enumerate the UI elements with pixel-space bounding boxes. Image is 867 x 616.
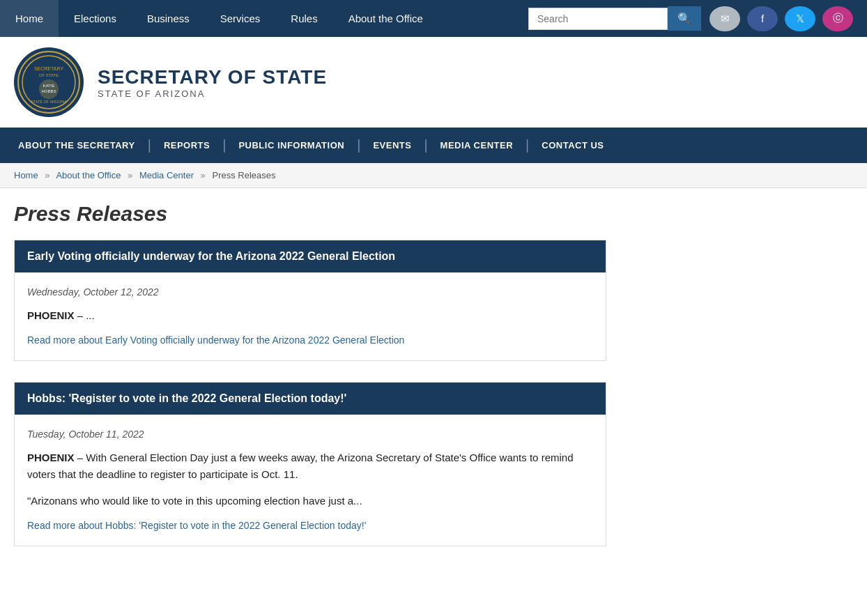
top-navigation: Home Elections Business Services Rules A… [0,0,867,37]
instagram-icon[interactable]: ⓒ [822,6,853,31]
article-excerpt-2: PHOENIX – With General Election Day just… [27,449,593,483]
search-icon: 🔍 [677,13,691,24]
breadcrumb-sep-1: » [45,170,49,180]
breadcrumb-home[interactable]: Home [14,170,38,180]
secnav-about-secretary[interactable]: ABOUT THE SECRETARY [7,128,146,163]
article-date-2: Tuesday, October 11, 2022 [27,429,593,440]
article-body-2: Tuesday, October 11, 2022 PHOENIX – With… [15,415,606,546]
svg-text:OF STATE: OF STATE [39,73,59,77]
brand-subtitle: STATE OF ARIZONA [98,88,327,99]
article-excerpt-rest-1: – ... [75,309,95,321]
secnav-contact-us[interactable]: CONTACT US [530,128,615,163]
secnav-events[interactable]: EVENTS [362,128,422,163]
logo: SECRETARY OF STATE KATIE HOBBS STATE OF … [14,47,84,117]
breadcrumb: Home » About the Office » Media Center »… [0,163,867,188]
facebook-icon[interactable]: f [747,6,778,31]
secnav-reports[interactable]: REPORTS [153,128,221,163]
divider-4: | [422,137,429,153]
article-header-2: Hobbs: 'Register to vote in the 2022 Gen… [15,383,606,415]
secondary-navigation: ABOUT THE SECRETARY | REPORTS | PUBLIC I… [0,128,867,163]
nav-services[interactable]: Services [205,0,276,37]
secnav-media-center[interactable]: MEDIA CENTER [429,128,524,163]
main-content: Press Releases Early Voting officially u… [0,188,836,595]
svg-text:KATIE: KATIE [43,84,55,88]
breadcrumb-sep-2: » [128,170,132,180]
page-title: Press Releases [14,202,822,226]
breadcrumb-media-center[interactable]: Media Center [139,170,194,180]
nav-about-office[interactable]: About the Office [333,0,438,37]
article-body-1: Wednesday, October 12, 2022 PHOENIX – ..… [15,272,606,360]
search-form: 🔍 [528,6,701,31]
nav-elections[interactable]: Elections [59,0,132,37]
brand-title: SECRETARY OF STATE [98,66,327,88]
article-date-1: Wednesday, October 12, 2022 [27,286,593,298]
article-title-1: Early Voting officially underway for the… [27,250,593,263]
article-title-2: Hobbs: 'Register to vote in the 2022 Gen… [27,392,593,405]
read-more-link-1[interactable]: Read more about Early Voting officially … [27,334,404,346]
divider-1: | [146,137,153,153]
email-icon[interactable]: ✉ [709,6,740,31]
svg-text:STATE OF ARIZONA: STATE OF ARIZONA [31,100,67,104]
article-excerpt-2b: "Arizonans who would like to vote in thi… [27,493,593,509]
nav-business[interactable]: Business [132,0,205,37]
search-input[interactable] [528,8,668,30]
breadcrumb-sep-3: » [201,170,206,180]
article-excerpt-1: PHOENIX – ... [27,307,593,324]
secnav-public-info[interactable]: PUBLIC INFORMATION [227,128,355,163]
top-nav-right: 🔍 ✉ f 𝕏 ⓒ [528,0,867,37]
divider-3: | [355,137,362,153]
read-more-link-2[interactable]: Read more about Hobbs: 'Register to vote… [27,520,366,531]
article-card-1: Early Voting officially underway for the… [14,240,606,361]
divider-5: | [524,137,530,153]
brand-text: SECRETARY OF STATE STATE OF ARIZONA [98,66,327,99]
article-card-2: Hobbs: 'Register to vote in the 2022 Gen… [14,382,606,546]
article-header-1: Early Voting officially underway for the… [15,240,606,272]
breadcrumb-current: Press Releases [212,170,275,180]
breadcrumb-about-office[interactable]: About the Office [56,170,121,180]
social-icons: ✉ f 𝕏 ⓒ [709,6,853,31]
twitter-icon[interactable]: 𝕏 [785,6,815,31]
article-excerpt-rest-2: – With General Election Day just a few w… [27,452,573,480]
article-excerpt-bold-2: PHOENIX [27,452,75,463]
svg-text:SECRETARY: SECRETARY [34,66,63,71]
search-button[interactable]: 🔍 [668,6,701,31]
nav-home[interactable]: Home [0,0,59,37]
article-excerpt-bold-1: PHOENIX [27,309,75,321]
divider-2: | [221,137,227,153]
nav-rules[interactable]: Rules [275,0,332,37]
site-header: SECRETARY OF STATE KATIE HOBBS STATE OF … [0,37,867,128]
svg-text:HOBBS: HOBBS [41,89,56,93]
